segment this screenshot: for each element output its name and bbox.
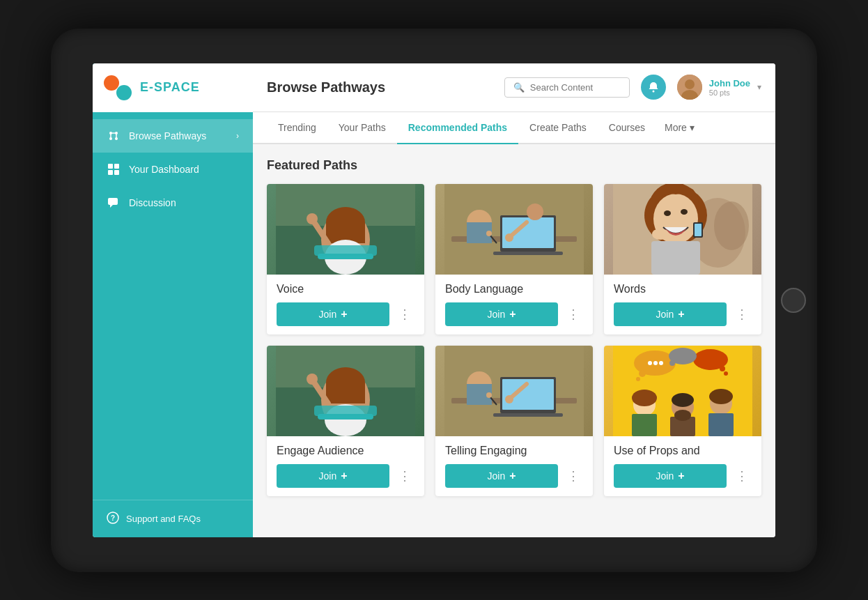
section-title: Featured Paths	[267, 158, 761, 173]
svg-point-43	[714, 201, 749, 250]
path-image-telling-engaging	[435, 346, 593, 436]
tab-your-paths[interactable]: Your Paths	[327, 112, 397, 144]
tablet-screen: E-SPACE Brows	[93, 63, 775, 537]
svg-rect-66	[493, 413, 563, 417]
browse-pathways-chevron: ›	[236, 131, 239, 141]
user-points: 50 pts	[709, 89, 750, 97]
join-button-use-of-props[interactable]: Join +	[614, 464, 727, 488]
more-options-body-language[interactable]: ⋮	[564, 305, 583, 324]
page-title: Browse Pathways	[267, 79, 493, 95]
more-options-engage-audience[interactable]: ⋮	[395, 466, 414, 486]
sidebar: E-SPACE Brows	[93, 63, 253, 537]
sidebar-bottom: ? Support and FAQs	[93, 500, 253, 537]
logo-icon	[104, 75, 132, 100]
path-card-use-of-props: Use of Props and Join + ⋮	[604, 346, 761, 496]
more-dropdown-icon: ▾	[690, 122, 695, 133]
svg-rect-11	[108, 198, 118, 205]
card-body-telling-engaging: Telling Engaging Join + ⋮	[435, 436, 593, 496]
tab-create-paths[interactable]: Create Paths	[518, 112, 598, 144]
support-faqs-item[interactable]: ? Support and FAQs	[107, 511, 239, 526]
svg-rect-88	[632, 414, 657, 436]
svg-point-76	[639, 370, 646, 377]
tab-trending[interactable]: Trending	[267, 112, 327, 144]
home-button[interactable]	[781, 288, 806, 313]
sidebar-item-discussion[interactable]: Discussion	[93, 186, 253, 220]
card-actions-body-language: Join + ⋮	[445, 302, 583, 326]
path-image-engage-audience	[267, 346, 424, 436]
user-name: John Doe	[709, 78, 750, 89]
app-name: E-SPACE	[140, 80, 200, 95]
svg-point-79	[720, 366, 725, 371]
search-bar[interactable]: 🔍	[504, 77, 630, 98]
support-icon: ?	[107, 511, 119, 526]
path-card-engage-audience: Engage Audience Join + ⋮	[267, 346, 424, 496]
user-info[interactable]: John Doe 50 pts ▾	[677, 75, 761, 100]
card-title-engage-audience: Engage Audience	[277, 445, 414, 457]
card-actions-use-of-props: Join + ⋮	[614, 464, 752, 488]
logo-circle-teal	[116, 85, 132, 100]
svg-rect-95	[708, 413, 734, 436]
svg-rect-8	[114, 164, 119, 169]
svg-point-46	[664, 210, 671, 216]
svg-marker-12	[110, 205, 113, 208]
paths-grid: Voice Join + ⋮	[267, 184, 761, 496]
card-title-use-of-props: Use of Props and	[614, 445, 752, 457]
main-content: Browse Pathways 🔍	[253, 63, 775, 537]
more-options-telling-engaging[interactable]: ⋮	[564, 466, 583, 486]
card-actions-words: Join + ⋮	[614, 302, 752, 326]
sidebar-item-your-dashboard[interactable]: Your Dashboard	[93, 153, 253, 186]
dashboard-label: Your Dashboard	[129, 164, 199, 175]
path-image-voice	[267, 184, 424, 275]
svg-point-59	[307, 374, 318, 385]
join-plus-icon-ea: +	[341, 470, 347, 482]
sidebar-logo: E-SPACE	[93, 63, 253, 112]
content-area: Featured Paths	[253, 144, 775, 537]
notification-button[interactable]	[641, 75, 666, 100]
tab-recommended-paths[interactable]: Recommended Paths	[397, 112, 518, 144]
path-card-words: Words Join + ⋮	[604, 184, 761, 334]
tabs-more-button[interactable]: More ▾	[659, 112, 700, 143]
svg-point-85	[659, 361, 663, 365]
card-title-words: Words	[614, 283, 752, 295]
card-body-words: Words Join + ⋮	[604, 275, 761, 334]
more-options-use-of-props[interactable]: ⋮	[732, 466, 752, 486]
svg-point-47	[681, 209, 688, 215]
search-input[interactable]	[530, 82, 621, 93]
join-plus-icon-te: +	[509, 470, 516, 482]
svg-point-26	[307, 213, 318, 224]
card-body-voice: Voice Join + ⋮	[267, 275, 424, 334]
svg-point-36	[527, 203, 543, 220]
tab-courses[interactable]: Courses	[598, 112, 656, 144]
path-image-use-of-props	[604, 346, 761, 436]
dashboard-icon	[107, 162, 121, 176]
card-actions-voice: Join + ⋮	[277, 302, 414, 326]
card-actions-telling-engaging: Join + ⋮	[445, 464, 583, 488]
svg-point-17	[685, 79, 695, 89]
browse-pathways-icon	[107, 129, 121, 143]
svg-rect-33	[493, 252, 563, 255]
path-image-words	[604, 184, 761, 275]
sidebar-item-browse-pathways[interactable]: Browse Pathways ›	[93, 119, 253, 153]
discussion-icon	[107, 196, 121, 210]
more-options-voice[interactable]: ⋮	[395, 305, 414, 324]
join-button-telling-engaging[interactable]: Join +	[445, 464, 558, 488]
svg-rect-28	[314, 245, 377, 256]
svg-point-38	[505, 233, 513, 242]
discussion-label: Discussion	[129, 197, 176, 208]
svg-point-70	[505, 395, 513, 403]
card-actions-engage-audience: Join + ⋮	[277, 464, 414, 488]
join-button-voice[interactable]: Join +	[277, 302, 389, 326]
join-plus-icon-bl: +	[509, 308, 516, 321]
join-button-words[interactable]: Join +	[614, 302, 727, 326]
svg-rect-10	[114, 170, 119, 175]
join-plus-icon-w: +	[678, 308, 684, 321]
card-body-use-of-props: Use of Props and Join + ⋮	[604, 436, 761, 496]
svg-point-80	[724, 371, 728, 376]
join-button-engage-audience[interactable]: Join +	[277, 464, 389, 488]
svg-point-87	[632, 390, 657, 406]
join-button-body-language[interactable]: Join +	[445, 302, 558, 326]
browse-pathways-label: Browse Pathways	[129, 130, 206, 141]
more-options-words[interactable]: ⋮	[732, 305, 752, 324]
avatar	[677, 75, 702, 100]
path-card-voice: Voice Join + ⋮	[267, 184, 424, 334]
